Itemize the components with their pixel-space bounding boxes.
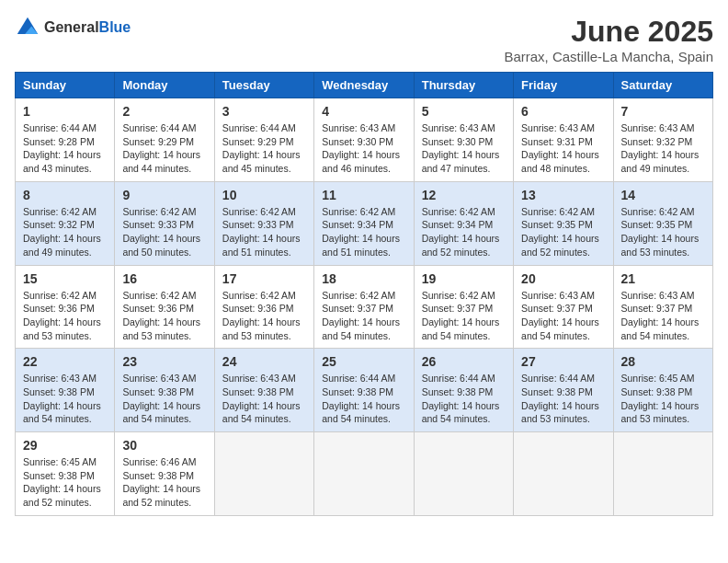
day-number: 7: [621, 104, 705, 119]
location-title: Barrax, Castille-La Mancha, Spain: [504, 49, 713, 64]
calendar-table: Sunday Monday Tuesday Wednesday Thursday…: [15, 72, 713, 516]
cell-info: Sunrise: 6:42 AM Sunset: 9:36 PM Dayligh…: [222, 289, 306, 343]
table-row: 12Sunrise: 6:42 AM Sunset: 9:34 PM Dayli…: [414, 181, 513, 265]
cell-info: Sunrise: 6:43 AM Sunset: 9:30 PM Dayligh…: [422, 121, 506, 176]
day-number: 23: [122, 354, 206, 369]
day-number: 17: [222, 271, 306, 286]
month-title: June 2025: [504, 15, 713, 49]
table-row: 24Sunrise: 6:43 AM Sunset: 9:38 PM Dayli…: [214, 349, 313, 432]
cell-info: Sunrise: 6:42 AM Sunset: 9:35 PM Dayligh…: [621, 205, 705, 259]
table-row: 8Sunrise: 6:42 AM Sunset: 9:32 PM Daylig…: [16, 181, 115, 265]
col-monday: Monday: [115, 73, 214, 98]
calendar-row: 15Sunrise: 6:42 AM Sunset: 9:36 PM Dayli…: [16, 265, 713, 349]
cell-info: Sunrise: 6:43 AM Sunset: 9:38 PM Dayligh…: [222, 372, 306, 426]
col-sunday: Sunday: [16, 73, 115, 98]
col-friday: Friday: [514, 73, 613, 98]
day-number: 9: [122, 188, 206, 202]
cell-info: Sunrise: 6:42 AM Sunset: 9:37 PM Dayligh…: [322, 289, 405, 343]
cell-info: Sunrise: 6:44 AM Sunset: 9:38 PM Dayligh…: [422, 372, 506, 426]
calendar-row: 8Sunrise: 6:42 AM Sunset: 9:32 PM Daylig…: [16, 181, 713, 265]
calendar-row: 29Sunrise: 6:45 AM Sunset: 9:38 PM Dayli…: [16, 432, 713, 516]
title-block: June 2025 Barrax, Castille-La Mancha, Sp…: [504, 15, 713, 64]
table-row: 1Sunrise: 6:44 AM Sunset: 9:28 PM Daylig…: [16, 98, 115, 182]
table-row: 17Sunrise: 6:42 AM Sunset: 9:36 PM Dayli…: [214, 265, 313, 349]
col-saturday: Saturday: [613, 73, 712, 98]
day-number: 12: [422, 188, 506, 202]
table-row: 22Sunrise: 6:43 AM Sunset: 9:38 PM Dayli…: [16, 349, 115, 432]
cell-info: Sunrise: 6:43 AM Sunset: 9:37 PM Dayligh…: [521, 289, 605, 343]
day-number: 3: [222, 104, 306, 119]
table-row: 9Sunrise: 6:42 AM Sunset: 9:33 PM Daylig…: [115, 181, 214, 265]
table-row: 2Sunrise: 6:44 AM Sunset: 9:29 PM Daylig…: [115, 98, 214, 182]
table-row: 19Sunrise: 6:42 AM Sunset: 9:37 PM Dayli…: [414, 265, 513, 349]
table-row: [214, 432, 313, 516]
table-row: 16Sunrise: 6:42 AM Sunset: 9:36 PM Dayli…: [115, 265, 214, 349]
day-number: 16: [122, 271, 206, 286]
table-row: 4Sunrise: 6:43 AM Sunset: 9:30 PM Daylig…: [314, 98, 414, 182]
day-number: 29: [23, 438, 107, 453]
calendar-row: 1Sunrise: 6:44 AM Sunset: 9:28 PM Daylig…: [16, 98, 713, 182]
day-number: 25: [322, 354, 405, 369]
day-number: 5: [422, 104, 506, 119]
day-number: 11: [322, 188, 405, 202]
table-row: [613, 432, 712, 516]
table-row: 11Sunrise: 6:42 AM Sunset: 9:34 PM Dayli…: [314, 181, 414, 265]
day-number: 22: [23, 354, 107, 369]
logo-general: General: [44, 19, 99, 35]
day-number: 26: [422, 354, 506, 369]
day-number: 20: [521, 271, 605, 286]
cell-info: Sunrise: 6:42 AM Sunset: 9:36 PM Dayligh…: [23, 289, 107, 343]
table-row: 3Sunrise: 6:44 AM Sunset: 9:29 PM Daylig…: [214, 98, 313, 182]
cell-info: Sunrise: 6:43 AM Sunset: 9:37 PM Dayligh…: [621, 289, 705, 343]
day-number: 10: [222, 188, 306, 202]
day-number: 13: [521, 188, 605, 202]
day-number: 18: [322, 271, 405, 286]
table-row: 15Sunrise: 6:42 AM Sunset: 9:36 PM Dayli…: [16, 265, 115, 349]
calendar-header-row: Sunday Monday Tuesday Wednesday Thursday…: [16, 73, 713, 98]
table-row: 26Sunrise: 6:44 AM Sunset: 9:38 PM Dayli…: [414, 349, 513, 432]
cell-info: Sunrise: 6:42 AM Sunset: 9:35 PM Dayligh…: [521, 205, 605, 259]
col-wednesday: Wednesday: [314, 73, 414, 98]
col-tuesday: Tuesday: [214, 73, 313, 98]
table-row: [414, 432, 513, 516]
logo-icon: [15, 15, 40, 40]
cell-info: Sunrise: 6:45 AM Sunset: 9:38 PM Dayligh…: [23, 455, 107, 510]
table-row: 18Sunrise: 6:42 AM Sunset: 9:37 PM Dayli…: [314, 265, 414, 349]
calendar-row: 22Sunrise: 6:43 AM Sunset: 9:38 PM Dayli…: [16, 349, 713, 432]
day-number: 2: [122, 104, 206, 119]
day-number: 1: [23, 104, 107, 119]
cell-info: Sunrise: 6:44 AM Sunset: 9:38 PM Dayligh…: [322, 372, 405, 426]
day-number: 28: [621, 354, 705, 369]
day-number: 6: [521, 104, 605, 119]
day-number: 30: [122, 438, 206, 453]
cell-info: Sunrise: 6:42 AM Sunset: 9:32 PM Dayligh…: [23, 205, 107, 259]
table-row: 30Sunrise: 6:46 AM Sunset: 9:38 PM Dayli…: [115, 432, 214, 516]
table-row: 29Sunrise: 6:45 AM Sunset: 9:38 PM Dayli…: [16, 432, 115, 516]
day-number: 24: [222, 354, 306, 369]
cell-info: Sunrise: 6:43 AM Sunset: 9:38 PM Dayligh…: [23, 372, 107, 426]
cell-info: Sunrise: 6:44 AM Sunset: 9:29 PM Dayligh…: [222, 121, 306, 176]
day-number: 21: [621, 271, 705, 286]
logo-blue: Blue: [99, 19, 131, 35]
table-row: 20Sunrise: 6:43 AM Sunset: 9:37 PM Dayli…: [514, 265, 613, 349]
cell-info: Sunrise: 6:43 AM Sunset: 9:30 PM Dayligh…: [322, 121, 405, 176]
cell-info: Sunrise: 6:43 AM Sunset: 9:38 PM Dayligh…: [122, 372, 206, 426]
day-number: 27: [521, 354, 605, 369]
table-row: [314, 432, 414, 516]
table-row: 14Sunrise: 6:42 AM Sunset: 9:35 PM Dayli…: [613, 181, 712, 265]
cell-info: Sunrise: 6:42 AM Sunset: 9:34 PM Dayligh…: [322, 205, 405, 259]
table-row: 10Sunrise: 6:42 AM Sunset: 9:33 PM Dayli…: [214, 181, 313, 265]
table-row: 25Sunrise: 6:44 AM Sunset: 9:38 PM Dayli…: [314, 349, 414, 432]
cell-info: Sunrise: 6:43 AM Sunset: 9:32 PM Dayligh…: [621, 121, 705, 176]
cell-info: Sunrise: 6:43 AM Sunset: 9:31 PM Dayligh…: [521, 121, 605, 176]
table-row: 23Sunrise: 6:43 AM Sunset: 9:38 PM Dayli…: [115, 349, 214, 432]
day-number: 15: [23, 271, 107, 286]
day-number: 8: [23, 188, 107, 202]
table-row: 27Sunrise: 6:44 AM Sunset: 9:38 PM Dayli…: [514, 349, 613, 432]
cell-info: Sunrise: 6:42 AM Sunset: 9:34 PM Dayligh…: [422, 205, 506, 259]
table-row: 13Sunrise: 6:42 AM Sunset: 9:35 PM Dayli…: [514, 181, 613, 265]
table-row: 7Sunrise: 6:43 AM Sunset: 9:32 PM Daylig…: [613, 98, 712, 182]
cell-info: Sunrise: 6:46 AM Sunset: 9:38 PM Dayligh…: [122, 455, 206, 510]
table-row: 28Sunrise: 6:45 AM Sunset: 9:38 PM Dayli…: [613, 349, 712, 432]
cell-info: Sunrise: 6:44 AM Sunset: 9:29 PM Dayligh…: [122, 121, 206, 176]
